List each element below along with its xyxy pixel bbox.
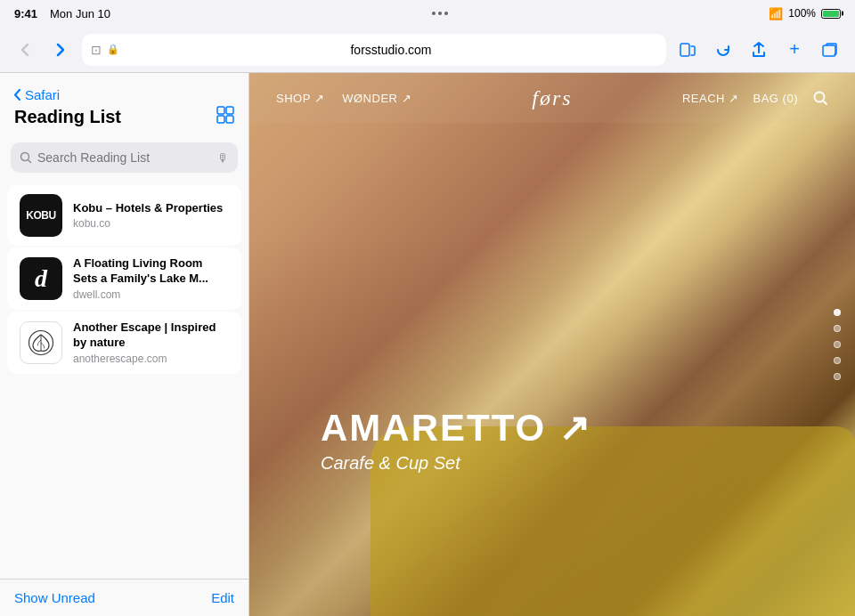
content-area: Safari Reading List — [0, 73, 855, 616]
sidebar: Safari Reading List — [0, 73, 249, 616]
tab-indicator — [432, 12, 448, 15]
sidebar-title-row: Reading List — [14, 106, 234, 128]
microphone-icon[interactable]: 🎙 — [217, 151, 229, 165]
brand-logo: førs — [532, 86, 572, 110]
reload-button[interactable] — [709, 36, 737, 64]
dot-indicator[interactable] — [834, 357, 841, 364]
lock-icon: 🔒 — [107, 44, 119, 55]
list-item[interactable]: d A Floating Living Room Sets a Family's… — [7, 247, 241, 310]
leaf-icon — [28, 329, 54, 356]
nav-left: SHOP ↗ WØNDER ↗ — [276, 92, 411, 105]
list-item[interactable]: KOBU Kobu – Hotels & Properties kobu.co — [7, 185, 241, 246]
svg-point-6 — [21, 153, 29, 161]
search-nav-button[interactable] — [812, 90, 828, 106]
hero-title: AMARETTO ↗ — [321, 406, 591, 450]
search-icon — [20, 151, 32, 164]
svg-point-9 — [815, 93, 825, 102]
dot-indicator[interactable] — [834, 309, 841, 316]
dot-indicator[interactable] — [834, 341, 841, 348]
browser-content: SHOP ↗ WØNDER ↗ førs REACH ↗ BAG (0) — [249, 73, 855, 616]
search-bar[interactable]: 🎙 — [11, 142, 238, 173]
svg-rect-0 — [680, 44, 689, 56]
svg-rect-1 — [823, 45, 835, 56]
forward-button[interactable] — [46, 36, 75, 64]
status-time: 9:41 — [14, 7, 37, 20]
url-text: forsstudio.com — [125, 43, 657, 57]
safari-back-label: Safari — [25, 87, 60, 102]
item-favicon-kobu: KOBU — [20, 194, 62, 237]
app-container: ⊡ 🔒 forsstudio.com + — [0, 27, 855, 616]
list-item[interactable]: Another Escape | Inspired by nature anot… — [7, 312, 241, 374]
share-button[interactable] — [745, 36, 773, 64]
item-text-escape: Another Escape | Inspired by nature anot… — [73, 320, 229, 365]
item-title: A Floating Living Room Sets a Family's L… — [73, 256, 229, 287]
item-title: Another Escape | Inspired by nature — [73, 320, 229, 351]
tabs-button[interactable] — [816, 36, 844, 64]
item-url: dwell.com — [73, 288, 229, 301]
hero-text: AMARETTO ↗ Carafe & Cup Set — [321, 406, 591, 474]
status-bar: 9:41 Mon Jun 10 📶 100% — [0, 0, 855, 27]
status-right: 📶 100% — [769, 7, 841, 20]
sidebar-title: Reading List — [14, 107, 121, 127]
hero-subtitle: Carafe & Cup Set — [321, 453, 591, 474]
search-input[interactable] — [37, 150, 212, 165]
svg-rect-5 — [226, 116, 233, 123]
handoff-button[interactable] — [673, 36, 702, 64]
item-title: Kobu – Hotels & Properties — [73, 201, 229, 216]
item-favicon-dwell: d — [20, 257, 62, 300]
sidebar-footer: Show Unread Edit — [0, 579, 248, 616]
reach-nav-link[interactable]: REACH ↗ — [682, 92, 739, 105]
shop-nav-link[interactable]: SHOP ↗ — [276, 92, 324, 105]
wonder-nav-link[interactable]: WØNDER ↗ — [342, 92, 411, 105]
item-text-kobu: Kobu – Hotels & Properties kobu.co — [73, 201, 229, 231]
website-view: SHOP ↗ WØNDER ↗ førs REACH ↗ BAG (0) — [249, 73, 855, 616]
item-favicon-escape — [20, 321, 62, 364]
address-mode-icon: ⊡ — [91, 43, 102, 57]
edit-button[interactable]: Edit — [211, 590, 234, 605]
browser-toolbar: ⊡ 🔒 forsstudio.com + — [0, 27, 855, 73]
sidebar-header: Safari Reading List — [0, 73, 248, 135]
status-date: Mon Jun 10 — [50, 7, 110, 20]
wifi-icon: 📶 — [769, 7, 783, 20]
battery-percent: 100% — [788, 7, 816, 20]
reading-list: KOBU Kobu – Hotels & Properties kobu.co … — [0, 180, 248, 579]
svg-rect-2 — [217, 107, 224, 114]
address-bar[interactable]: ⊡ 🔒 forsstudio.com — [82, 34, 666, 66]
dot-indicator[interactable] — [834, 325, 841, 332]
item-url: kobu.co — [73, 217, 229, 230]
show-unread-button[interactable]: Show Unread — [14, 590, 95, 605]
back-button[interactable] — [11, 36, 39, 64]
dot-indicator[interactable] — [834, 373, 841, 380]
svg-rect-3 — [226, 107, 233, 114]
grid-view-button[interactable] — [216, 106, 234, 128]
carousel-indicators — [834, 309, 841, 380]
website-nav: SHOP ↗ WØNDER ↗ førs REACH ↗ BAG (0) — [249, 73, 855, 123]
svg-rect-4 — [217, 116, 224, 123]
bag-nav-link[interactable]: BAG (0) — [753, 92, 798, 105]
item-url: anotherescape.com — [73, 353, 229, 365]
safari-back-button[interactable]: Safari — [14, 87, 234, 102]
nav-right: REACH ↗ BAG (0) — [682, 90, 828, 106]
add-button[interactable]: + — [780, 36, 809, 64]
battery-icon — [821, 9, 841, 19]
dwell-letter: d — [35, 264, 47, 293]
status-center — [432, 12, 448, 15]
item-text-dwell: A Floating Living Room Sets a Family's L… — [73, 256, 229, 301]
